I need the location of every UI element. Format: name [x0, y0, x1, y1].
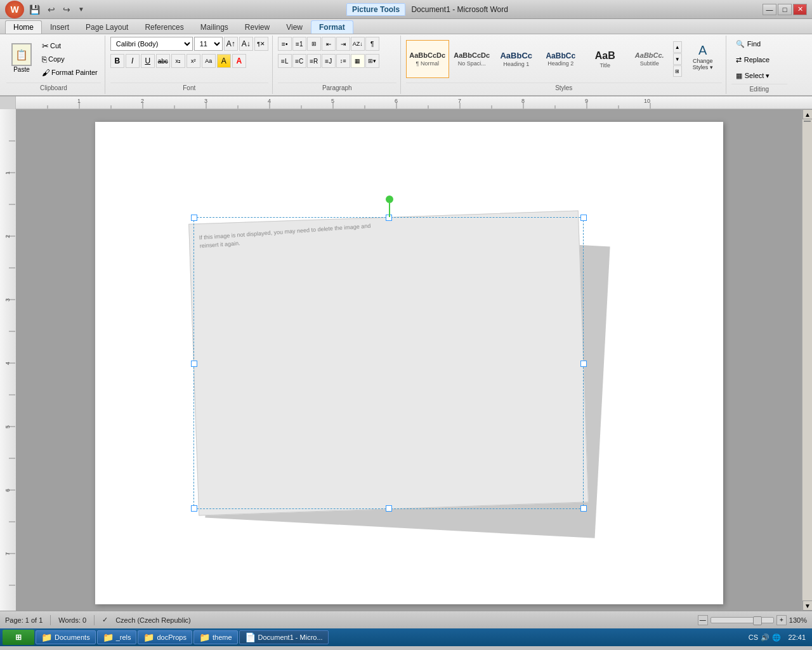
- shading-button[interactable]: ▦: [351, 54, 365, 68]
- tab-format[interactable]: Format: [311, 20, 353, 34]
- zoom-thumb[interactable]: [753, 616, 762, 625]
- volume-icon[interactable]: 🔊: [761, 633, 769, 642]
- save-icon[interactable]: 💾: [27, 3, 43, 16]
- tab-mailings[interactable]: Mailings: [192, 20, 237, 34]
- taskbar-item-theme[interactable]: 📁 theme: [193, 630, 238, 644]
- handle-middle-left[interactable]: [191, 361, 197, 367]
- dropdown-arrow[interactable]: ▼: [75, 4, 87, 14]
- strikethrough-button[interactable]: abc: [156, 54, 170, 68]
- align-right-button[interactable]: ≡R: [307, 54, 321, 68]
- maximize-button[interactable]: □: [778, 4, 792, 15]
- handle-middle-right[interactable]: [580, 361, 587, 367]
- line-spacing-button[interactable]: ↕≡: [336, 54, 350, 68]
- redo-icon[interactable]: ↪: [60, 3, 73, 16]
- tab-home[interactable]: Home: [5, 20, 42, 34]
- underline-button[interactable]: U: [141, 54, 155, 68]
- find-button[interactable]: 🔍 Find: [731, 37, 765, 51]
- rotation-handle[interactable]: [386, 196, 393, 203]
- style-heading2[interactable]: AaBbCc Heading 2: [539, 40, 582, 78]
- picture-container[interactable]: If this image is not displayed, you may …: [193, 217, 587, 515]
- office-button[interactable]: W: [5, 1, 24, 18]
- tab-review[interactable]: Review: [237, 20, 278, 34]
- system-tray: CS 🔊 🌐 22:41: [745, 628, 809, 646]
- word-count: Words: 0: [58, 616, 86, 624]
- style-heading2-preview: AaBbCc: [546, 51, 575, 60]
- numbering-button[interactable]: ≡1: [292, 37, 306, 51]
- tab-page-layout[interactable]: Page Layout: [77, 20, 136, 34]
- minimize-button[interactable]: —: [763, 4, 776, 15]
- scroll-track[interactable]: [802, 119, 812, 600]
- bold-button[interactable]: B: [110, 54, 124, 68]
- subscript-button[interactable]: x₂: [171, 54, 185, 68]
- style-title[interactable]: AaB Title: [584, 40, 627, 78]
- taskbar-item-word[interactable]: 📄 Document1 - Micro...: [239, 630, 329, 644]
- network-icon[interactable]: 🌐: [772, 633, 781, 642]
- style-nospace-preview: AaBbCcDc: [454, 51, 490, 60]
- decrease-indent-button[interactable]: ⇤: [322, 37, 336, 51]
- cut-icon: ✂: [42, 41, 49, 51]
- replace-button[interactable]: ⇄ Replace: [731, 53, 774, 67]
- cut-button[interactable]: ✂ Cut: [39, 40, 101, 52]
- bullets-button[interactable]: ≡•: [278, 37, 292, 51]
- font-size-select[interactable]: 11: [194, 37, 223, 51]
- zoom-out-button[interactable]: —: [698, 615, 708, 625]
- handle-bottom-left[interactable]: [191, 505, 197, 512]
- tab-references[interactable]: References: [136, 20, 192, 34]
- format-painter-button[interactable]: 🖌 Format Painter: [39, 67, 101, 79]
- handle-top-right[interactable]: [580, 215, 587, 221]
- case-button[interactable]: Aa: [202, 54, 216, 68]
- styles-scroll: ▲ ▼ ⊞: [673, 41, 682, 77]
- taskbar-item-documents[interactable]: 📁 Documents: [36, 630, 96, 644]
- change-styles-button[interactable]: A ChangeStyles ▾: [684, 40, 722, 78]
- decrease-font-button[interactable]: A↓: [239, 37, 253, 51]
- justify-button[interactable]: ≡J: [322, 54, 336, 68]
- handle-bottom-center[interactable]: [386, 505, 392, 512]
- style-nospace[interactable]: AaBbCcDc No Spaci...: [450, 40, 494, 78]
- style-normal[interactable]: AaBbCcDc ¶ Normal: [406, 40, 449, 78]
- svg-text:9: 9: [585, 98, 588, 104]
- taskbar-item-rels[interactable]: 📁 _rels: [97, 630, 137, 644]
- handle-top-left[interactable]: [191, 215, 197, 221]
- tab-view[interactable]: View: [278, 20, 311, 34]
- handle-bottom-right[interactable]: [580, 505, 587, 512]
- styles-scroll-down[interactable]: ▼: [673, 53, 682, 65]
- style-subtitle[interactable]: AaBbCc. Subtitle: [628, 40, 671, 78]
- align-center-button[interactable]: ≡C: [292, 54, 306, 68]
- clear-format-button[interactable]: ¶✕: [254, 37, 268, 51]
- highlight-button[interactable]: A: [217, 54, 231, 68]
- increase-font-button[interactable]: A↑: [224, 37, 238, 51]
- undo-icon[interactable]: ↩: [45, 3, 58, 16]
- style-heading1[interactable]: AaBbCc Heading 1: [495, 40, 538, 78]
- style-nospace-label: No Spaci...: [458, 60, 486, 67]
- para-row-2: ≡L ≡C ≡R ≡J ↕≡ ▦ ⊞▾: [278, 54, 379, 68]
- styles-label: Styles: [406, 83, 722, 93]
- paste-button[interactable]: 📋 Paste: [6, 40, 37, 78]
- styles-expand[interactable]: ⊞: [673, 65, 682, 77]
- vertical-scrollbar[interactable]: ▲ ▼: [802, 109, 812, 611]
- italic-button[interactable]: I: [126, 54, 140, 68]
- font-family-select[interactable]: Calibri (Body): [110, 37, 193, 51]
- multilevel-button[interactable]: ⊞: [307, 37, 321, 51]
- zoom-slider[interactable]: [710, 617, 774, 623]
- border-button[interactable]: ⊞▾: [365, 54, 379, 68]
- taskbar-item-docprops[interactable]: 📁 docProps: [138, 630, 192, 644]
- select-button[interactable]: ▦ Select ▾: [731, 69, 775, 83]
- superscript-button[interactable]: x²: [187, 54, 200, 68]
- tab-insert[interactable]: Insert: [42, 20, 77, 34]
- font-color-button[interactable]: A: [232, 54, 246, 68]
- increase-indent-button[interactable]: ⇥: [336, 37, 350, 51]
- sort-button[interactable]: AZ↓: [351, 37, 365, 51]
- start-button[interactable]: ⊞: [3, 630, 34, 645]
- svg-text:2: 2: [141, 98, 144, 104]
- scroll-thumb[interactable]: [804, 121, 811, 122]
- scroll-up-arrow[interactable]: ▲: [802, 109, 812, 119]
- zoom-in-button[interactable]: +: [776, 615, 787, 625]
- styles-scroll-up[interactable]: ▲: [673, 41, 682, 53]
- select-label: Select ▾: [745, 72, 770, 80]
- close-button[interactable]: ✕: [793, 4, 807, 15]
- scroll-down-arrow[interactable]: ▼: [802, 600, 812, 611]
- document-canvas[interactable]: If this image is not displayed, you may …: [16, 109, 802, 611]
- align-left-button[interactable]: ≡L: [278, 54, 292, 68]
- show-hide-button[interactable]: ¶: [365, 37, 379, 51]
- copy-button[interactable]: ⎘ Copy: [39, 53, 101, 65]
